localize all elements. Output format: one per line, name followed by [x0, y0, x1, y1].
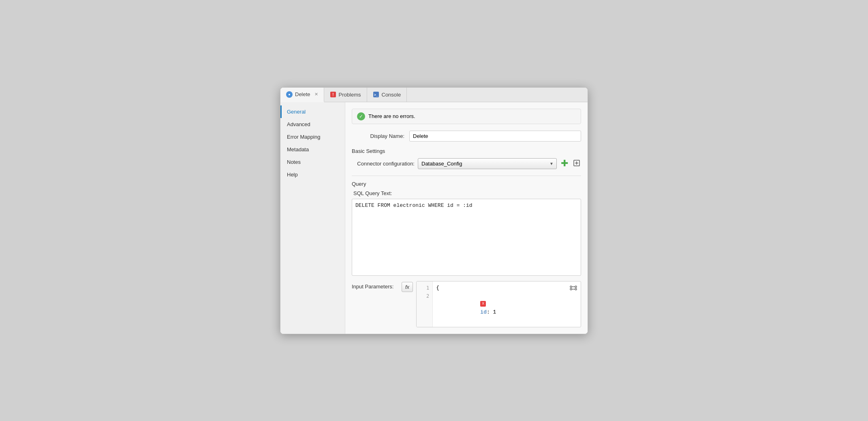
connector-select-wrap: Database_Config ▼ — [418, 158, 557, 169]
display-name-label: Display Name: — [352, 133, 404, 139]
sql-editor[interactable]: DELETE FROM electronic WHERE id = :id — [352, 199, 581, 276]
line-num-2: 2 — [417, 292, 432, 300]
svg-point-8 — [575, 286, 577, 288]
map-icon[interactable] — [569, 286, 577, 293]
svg-text:!: ! — [332, 92, 334, 97]
sidebar-item-notes[interactable]: Notes — [280, 156, 345, 168]
sidebar-item-notes-label: Notes — [287, 159, 301, 165]
svg-point-10 — [575, 288, 577, 290]
svg-point-7 — [570, 286, 572, 288]
main-window: ● Delete ✕ ! Problems >_ Console General… — [280, 87, 588, 334]
tab-delete[interactable]: ● Delete ✕ — [280, 88, 324, 102]
tab-bar: ● Delete ✕ ! Problems >_ Console — [280, 88, 588, 102]
line-num-1: 1 — [417, 284, 432, 292]
tab-delete-label: Delete — [295, 91, 310, 97]
edit-connector-button[interactable] — [572, 159, 581, 168]
status-message: There are no errors. — [368, 113, 415, 119]
sidebar-item-advanced-label: Advanced — [287, 121, 310, 127]
divider — [352, 176, 581, 176]
sidebar-item-error-mapping-label: Error Mapping — [287, 134, 320, 140]
param-value: 1 — [493, 309, 496, 315]
sidebar-item-metadata[interactable]: Metadata — [280, 143, 345, 156]
main-area: General Advanced Error Mapping Metadata … — [280, 102, 588, 334]
param-key: id — [480, 309, 487, 315]
problems-icon: ! — [330, 91, 336, 98]
svg-text:>_: >_ — [374, 93, 378, 97]
fx-button[interactable]: fx — [402, 282, 413, 292]
connector-row: Connector configuration: Database_Config… — [352, 158, 581, 169]
input-params-label: Input Parameters: — [352, 281, 398, 290]
sidebar-item-metadata-label: Metadata — [287, 146, 309, 153]
param-colon: : — [487, 309, 493, 315]
sidebar-item-advanced[interactable]: Advanced — [280, 118, 345, 131]
sidebar-item-help-label: Help — [287, 172, 298, 178]
sidebar: General Advanced Error Mapping Metadata … — [280, 102, 345, 334]
params-gutter: 1 2 — [417, 281, 433, 327]
sidebar-item-help[interactable]: Help — [280, 168, 345, 181]
sidebar-item-general[interactable]: General — [280, 105, 345, 118]
console-icon: >_ — [373, 91, 379, 98]
map-btn-area — [569, 284, 577, 294]
params-line-2: x id: 1 — [436, 292, 577, 324]
connector-label: Connector configuration: — [352, 161, 415, 167]
db-icon: ● — [286, 91, 293, 98]
basic-settings-heading: Basic Settings — [352, 148, 581, 154]
params-line-1: { — [436, 284, 577, 292]
add-connector-button[interactable]: ✚ — [560, 159, 569, 168]
tab-close-button[interactable]: ✕ — [314, 92, 318, 97]
sql-query-label: SQL Query Text: — [352, 190, 581, 196]
tab-problems-label: Problems — [339, 92, 361, 98]
connector-select[interactable]: Database_Config — [418, 158, 557, 169]
sidebar-item-error-mapping[interactable]: Error Mapping — [280, 131, 345, 143]
query-section: Query SQL Query Text: DELETE FROM electr… — [352, 181, 581, 277]
svg-point-9 — [570, 288, 572, 290]
status-ok-icon: ✓ — [357, 112, 365, 120]
input-params-row: Input Parameters: fx 1 2 { x id: 1 — [352, 281, 581, 327]
query-section-label: Query — [352, 181, 581, 187]
fx-label: fx — [405, 284, 409, 290]
display-name-input[interactable] — [409, 131, 581, 142]
params-editor[interactable]: 1 2 { x id: 1 — [416, 281, 581, 327]
params-content: { x id: 1 — [433, 281, 581, 327]
tab-problems[interactable]: ! Problems — [324, 88, 367, 102]
display-name-row: Display Name: — [352, 131, 581, 142]
content-panel: ✓ There are no errors. Display Name: Bas… — [345, 102, 588, 334]
sidebar-item-general-label: General — [287, 109, 306, 115]
status-bar: ✓ There are no errors. — [352, 109, 581, 124]
tab-console[interactable]: >_ Console — [367, 88, 407, 102]
warning-icon: x — [480, 301, 486, 307]
tab-console-label: Console — [382, 92, 401, 98]
